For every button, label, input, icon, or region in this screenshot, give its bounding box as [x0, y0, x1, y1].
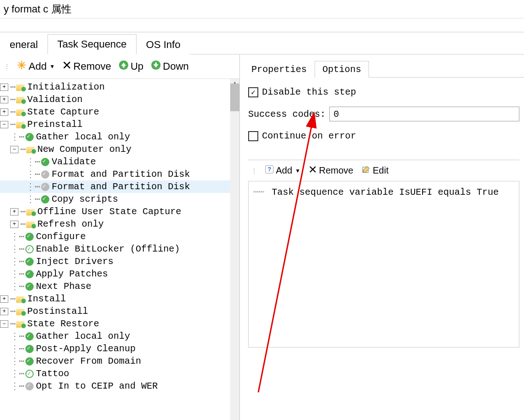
expand-icon[interactable]: +	[10, 221, 18, 228]
collapse-icon[interactable]: −	[0, 320, 8, 328]
tab-general[interactable]: eneral	[0, 35, 48, 54]
node-state-capture[interactable]: +⋯ State Capture	[0, 106, 239, 118]
expand-icon[interactable]: +	[0, 308, 8, 315]
options-body: Disable this step Success codes: Continu…	[244, 78, 524, 357]
right-pane: Properties Options Disable this step Suc…	[240, 54, 524, 420]
window-title: y format c 属性	[4, 2, 71, 16]
tab-properties[interactable]: Properties	[244, 61, 315, 78]
node-copy-scripts[interactable]: ⋮⋯ Copy scripts	[0, 193, 239, 205]
node-configure[interactable]: ⋮⋯ Configure	[0, 230, 239, 243]
node-gather-local-2[interactable]: ⋮⋯ Gather local only	[0, 330, 239, 342]
node-format-partition-2[interactable]: ⋮⋯ Format and Partition Disk	[0, 180, 239, 193]
down-arrow-icon	[151, 60, 161, 73]
check-icon	[25, 270, 34, 278]
expand-icon[interactable]: +	[10, 208, 18, 216]
node-format-partition-1[interactable]: ⋮⋯ Format and Partition Disk	[0, 168, 239, 180]
tab-options[interactable]: Options	[315, 61, 369, 78]
check-icon	[25, 332, 34, 341]
node-enable-bitlocker[interactable]: ⋮⋯ Enable BitLocker (Offline)	[0, 243, 239, 255]
success-codes-input[interactable]	[329, 107, 519, 121]
folder-icon	[26, 146, 36, 153]
dropdown-caret-icon: ▼	[49, 63, 55, 70]
add-button[interactable]: Add ▼	[14, 59, 58, 74]
success-codes-label: Success codes:	[248, 109, 326, 120]
expand-icon[interactable]: +	[0, 96, 8, 103]
folder-icon	[26, 221, 36, 228]
titlebar: y format c 属性	[0, 0, 524, 18]
toolbar-grip-icon: ⋮	[251, 167, 257, 174]
titlebar-spacer	[0, 18, 524, 32]
node-initialization[interactable]: +⋯ Initialization	[0, 81, 239, 93]
check-icon	[25, 357, 34, 366]
help-icon: ?	[265, 165, 274, 176]
node-opt-in-ceip[interactable]: ⋮⋯ Opt In to CEIP and WER	[0, 380, 239, 392]
folder-icon	[16, 96, 25, 103]
node-apply-patches[interactable]: ⋮⋯ Apply Patches	[0, 268, 239, 280]
svg-text:?: ?	[268, 166, 271, 173]
folder-icon	[16, 308, 25, 315]
check-disabled-icon	[25, 382, 34, 390]
folder-icon	[16, 121, 25, 128]
node-state-restore[interactable]: −⋯ State Restore	[0, 318, 239, 330]
up-arrow-icon	[119, 60, 129, 73]
folder-icon	[16, 320, 25, 328]
disable-step-checkbox[interactable]	[248, 87, 258, 97]
check-outline-icon	[25, 245, 34, 253]
folder-icon	[26, 208, 36, 216]
node-new-computer[interactable]: −⋯ New Computer only	[0, 143, 239, 156]
tab-task-sequence[interactable]: Task Sequence	[48, 34, 136, 54]
collapse-icon[interactable]: −	[0, 121, 8, 128]
scrollbar[interactable]: ▲	[230, 79, 239, 420]
node-next-phase[interactable]: ⋮⋯ Next Phase	[0, 280, 239, 293]
scrollbar-thumb[interactable]	[230, 84, 239, 111]
main-tabs: eneral Task Sequence OS Info	[0, 32, 524, 54]
expand-icon[interactable]: +	[0, 84, 8, 91]
node-preinstall[interactable]: −⋯ Preinstall	[0, 118, 239, 131]
x-icon	[62, 60, 71, 72]
check-icon	[25, 258, 34, 266]
check-icon	[25, 133, 34, 141]
node-tattoo[interactable]: ⋮⋯ Tattoo	[0, 367, 239, 380]
continue-on-error-checkbox[interactable]	[248, 131, 258, 141]
condition-list[interactable]: Task sequence variable IsUEFI equals Tru…	[248, 181, 519, 348]
folder-icon	[16, 295, 25, 303]
node-gather-local[interactable]: ⋮⋯ Gather local only	[0, 131, 239, 143]
tab-os-info[interactable]: OS Info	[137, 35, 191, 54]
collapse-icon[interactable]: −	[10, 146, 18, 153]
node-offline-user-state[interactable]: +⋯ Offline User State Capture	[0, 205, 239, 218]
node-recover-from-domain[interactable]: ⋮⋯ Recover From Domain	[0, 355, 239, 367]
check-outline-icon	[25, 370, 34, 378]
left-pane: ⋮ Add ▼ Remove Up	[0, 54, 240, 420]
edit-icon	[362, 165, 371, 176]
node-refresh-only[interactable]: +⋯ Refresh only	[0, 218, 239, 230]
task-tree[interactable]: ▲ +⋯ Initialization +⋯ Validation +⋯ Sta…	[0, 79, 239, 420]
expand-icon[interactable]: +	[0, 295, 8, 303]
toolbar-grip-icon: ⋮	[4, 63, 10, 70]
node-postinstall[interactable]: +⋯ Postinstall	[0, 305, 239, 318]
disable-step-label: Disable this step	[262, 87, 356, 97]
cond-add-button[interactable]: ? Add ▼	[262, 164, 303, 177]
up-button[interactable]: Up	[116, 59, 146, 74]
condition-item[interactable]: Task sequence variable IsUEFI equals Tru…	[253, 186, 514, 198]
check-disabled-icon	[41, 170, 49, 179]
down-button[interactable]: Down	[148, 59, 191, 74]
node-validation[interactable]: +⋯ Validation	[0, 93, 239, 106]
folder-icon	[16, 108, 25, 116]
cond-edit-button[interactable]: Edit	[359, 164, 391, 177]
check-disabled-icon	[41, 183, 49, 191]
x-icon	[309, 165, 317, 176]
node-inject-drivers[interactable]: ⋮⋯ Inject Drivers	[0, 255, 239, 268]
cond-remove-button[interactable]: Remove	[306, 164, 356, 177]
remove-button[interactable]: Remove	[60, 60, 114, 73]
sub-tabs: Properties Options	[244, 54, 524, 78]
condition-toolbar: ⋮ ? Add ▼ Remove	[248, 160, 519, 181]
expand-icon[interactable]: +	[0, 108, 8, 116]
node-install[interactable]: +⋯ Install	[0, 293, 239, 305]
node-post-apply-cleanup[interactable]: ⋮⋯ Post-Apply Cleanup	[0, 342, 239, 355]
sparkle-icon	[17, 60, 27, 73]
check-icon	[41, 195, 49, 204]
sequence-toolbar: ⋮ Add ▼ Remove Up	[0, 54, 239, 79]
dropdown-caret-icon: ▼	[295, 168, 301, 174]
node-validate[interactable]: ⋮⋯ Validate	[0, 156, 239, 168]
check-icon	[25, 345, 34, 353]
